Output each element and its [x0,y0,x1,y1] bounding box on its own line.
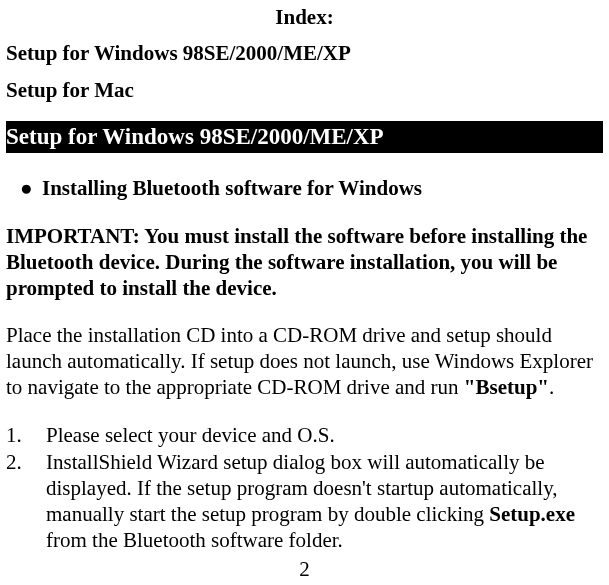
step-2-body: InstallShield Wizard setup dialog box wi… [46,449,603,554]
bullet-text: Installing Bluetooth software for Window… [42,176,422,200]
section-heading-windows: Setup for Windows 98SE/2000/ME/XP [6,121,603,153]
install-instructions-paragraph: Place the installation CD into a CD-ROM … [6,322,603,401]
toc-line-mac: Setup for Mac [6,77,603,103]
step-1: 1. Please select your device and O.S. [6,422,603,448]
bullet-installing: ●Installing Bluetooth software for Windo… [6,175,603,201]
bullet-dot-icon: ● [20,175,42,201]
para-suffix: . [549,375,554,399]
index-title: Index: [6,4,603,30]
step-1-text: Please select your device and O.S. [46,422,603,448]
steps-list: 1. Please select your device and O.S. 2.… [6,422,603,553]
step-2-number: 2. [6,449,46,554]
para-bold-bsetup: "Bsetup" [464,375,549,399]
step-2: 2. InstallShield Wizard setup dialog box… [6,449,603,554]
important-note: IMPORTANT: You must install the software… [6,223,603,302]
step-2-text-before: InstallShield Wizard setup dialog box wi… [46,450,558,527]
step-2-text-after: from the Bluetooth software folder. [46,528,343,552]
page-number: 2 [6,556,603,582]
step-2-bold-setupexe: Setup.exe [489,502,575,526]
step-1-number: 1. [6,422,46,448]
toc-line-windows: Setup for Windows 98SE/2000/ME/XP [6,40,603,66]
